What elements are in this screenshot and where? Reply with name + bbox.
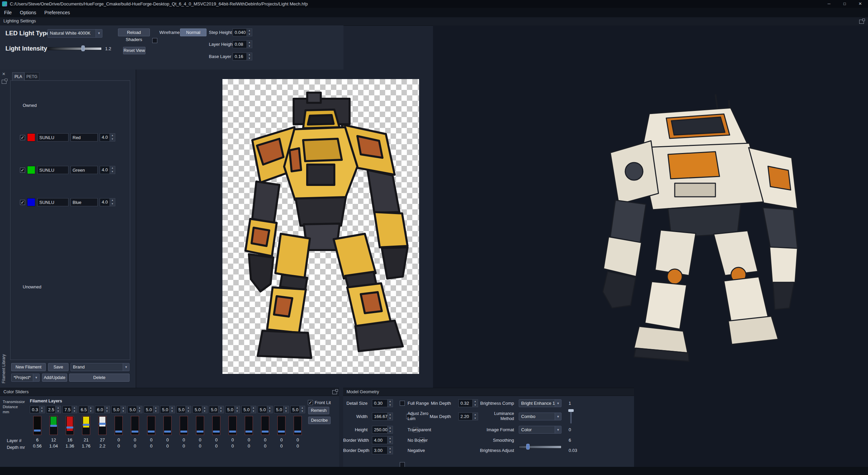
- spin-arrows-icon[interactable]: ▴▾: [137, 406, 142, 413]
- add-update-button[interactable]: Add/Update: [42, 374, 67, 382]
- spin-arrows-icon[interactable]: ▴▾: [218, 406, 223, 413]
- reload-shaders-button[interactable]: Reload Shaders: [118, 28, 150, 36]
- filament-name-input[interactable]: [71, 198, 98, 206]
- spin-arrows-icon[interactable]: ▴▾: [472, 400, 478, 407]
- detail-size-spinbox[interactable]: 0.30 ▴▾: [372, 399, 393, 407]
- spin-arrows-icon[interactable]: ▴▾: [251, 406, 256, 413]
- layer-color-slider[interactable]: [245, 416, 253, 435]
- negative-checkbox[interactable]: [400, 462, 405, 467]
- base-layer-spinbox[interactable]: 0.16 ▴▾: [233, 53, 252, 60]
- smoothing-slider[interactable]: [519, 443, 561, 451]
- spin-arrows-icon[interactable]: ▴▾: [246, 41, 252, 48]
- max-depth-spinbox[interactable]: 2.20 ▴▾: [458, 413, 478, 420]
- layer-color-slider[interactable]: [180, 416, 188, 435]
- tab-petg[interactable]: PETG: [24, 72, 39, 80]
- slider-handle[interactable]: [81, 45, 85, 51]
- menu-preferences[interactable]: Preferences: [40, 8, 74, 17]
- dock-float-icon[interactable]: [2, 80, 6, 84]
- layer-td-spinbox[interactable]: 5.0▴▾: [127, 406, 142, 413]
- filament-name-input[interactable]: [71, 166, 98, 174]
- filament-color-swatch[interactable]: [27, 166, 35, 174]
- spin-arrows-icon[interactable]: ▴▾: [110, 166, 115, 174]
- layer-td-spinbox[interactable]: 5.0▴▾: [241, 406, 256, 413]
- slider-handle[interactable]: [568, 409, 574, 412]
- filament-brand-input[interactable]: [37, 166, 68, 174]
- layer-td-spinbox[interactable]: 5.0▴▾: [111, 406, 126, 413]
- layer-td-spinbox[interactable]: 5.0▴▾: [144, 406, 159, 413]
- spin-arrows-icon[interactable]: ▴▾: [120, 406, 126, 413]
- flattened-image-preview[interactable]: [222, 79, 419, 374]
- border-depth-spinbox[interactable]: 3.00 ▴▾: [372, 446, 393, 454]
- filament-enabled-checkbox[interactable]: [20, 135, 25, 140]
- spin-arrows-icon[interactable]: ▴▾: [472, 413, 478, 420]
- layer-color-slider[interactable]: [163, 416, 172, 435]
- layer-color-slider[interactable]: [82, 416, 90, 435]
- minimize-button[interactable]: ─: [821, 0, 837, 8]
- layer-color-slider[interactable]: [115, 416, 123, 435]
- filament-enabled-checkbox[interactable]: [20, 200, 25, 205]
- maximize-button[interactable]: □: [837, 0, 852, 8]
- layer-color-slider[interactable]: [50, 416, 58, 435]
- filament-name-input[interactable]: [71, 133, 98, 141]
- menu-options[interactable]: Options: [16, 8, 40, 17]
- layer-color-slider[interactable]: [261, 416, 269, 435]
- layer-td-spinbox[interactable]: 5.0▴▾: [290, 406, 305, 413]
- save-filament-button[interactable]: Save: [48, 363, 68, 371]
- layer-td-spinbox[interactable]: 5.0▴▾: [160, 406, 175, 413]
- spin-arrows-icon[interactable]: ▴▾: [299, 406, 305, 413]
- layer-color-slider[interactable]: [196, 416, 204, 435]
- full-range-checkbox[interactable]: [400, 401, 405, 406]
- front-lit-checkbox[interactable]: [308, 400, 313, 405]
- spin-arrows-icon[interactable]: ▴▾: [110, 198, 115, 206]
- layer-color-slider[interactable]: [277, 416, 285, 435]
- spin-arrows-icon[interactable]: ▴▾: [185, 406, 191, 413]
- layer-td-spinbox[interactable]: 0.3▴▾: [30, 406, 45, 413]
- filament-color-swatch[interactable]: [27, 198, 35, 206]
- layer-td-spinbox[interactable]: 6.0▴▾: [95, 406, 110, 413]
- brand-dropdown[interactable]: Brand ▼: [71, 363, 130, 371]
- luminance-method-dropdown[interactable]: Combo ▼: [519, 413, 561, 420]
- layer-td-spinbox[interactable]: 5.0▴▾: [209, 406, 224, 413]
- layer-color-slider[interactable]: [131, 416, 139, 435]
- spin-arrows-icon[interactable]: ▴▾: [153, 406, 158, 413]
- new-filament-button[interactable]: New Filament: [11, 363, 46, 371]
- remesh-button[interactable]: Remesh: [308, 407, 329, 414]
- spin-arrows-icon[interactable]: ▴▾: [283, 406, 289, 413]
- spin-arrows-icon[interactable]: ▴▾: [387, 413, 393, 420]
- layer-color-slider[interactable]: [98, 416, 106, 435]
- spin-arrows-icon[interactable]: ▴▾: [387, 447, 393, 454]
- filament-td-spinbox[interactable]: 4.0 ▴▾: [100, 198, 115, 206]
- spin-arrows-icon[interactable]: ▴▾: [234, 406, 240, 413]
- spin-arrows-icon[interactable]: ▴▾: [110, 134, 115, 141]
- layer-td-spinbox[interactable]: 5.0▴▾: [176, 406, 191, 413]
- slider-handle[interactable]: [526, 444, 530, 450]
- spin-arrows-icon[interactable]: ▴▾: [39, 406, 44, 413]
- dock-close-icon[interactable]: ✕: [2, 72, 5, 76]
- filament-brand-input[interactable]: [37, 198, 68, 206]
- wireframe-checkbox[interactable]: [152, 38, 157, 43]
- layer-td-spinbox[interactable]: 5.0▴▾: [258, 406, 273, 413]
- spin-arrows-icon[interactable]: ▴▾: [387, 437, 393, 444]
- close-button[interactable]: ✕: [852, 0, 868, 8]
- luminance-vertical-slider[interactable]: [568, 408, 574, 424]
- layer-color-slider[interactable]: [33, 416, 41, 435]
- layer-td-spinbox[interactable]: 5.0▴▾: [274, 406, 289, 413]
- normal-mode-button[interactable]: Normal: [180, 28, 206, 36]
- filament-td-spinbox[interactable]: 4.0 ▴▾: [100, 133, 115, 141]
- brightness-comp-dropdown[interactable]: Bright Enhance 1 ▼: [519, 399, 561, 407]
- spin-arrows-icon[interactable]: ▴▾: [246, 29, 252, 36]
- reset-view-button[interactable]: Reset View: [123, 47, 145, 54]
- spin-arrows-icon[interactable]: ▴▾: [246, 53, 252, 60]
- layer-color-slider[interactable]: [212, 416, 220, 435]
- delete-button[interactable]: Delete: [69, 374, 130, 382]
- spin-arrows-icon[interactable]: ▴▾: [72, 406, 77, 413]
- image-format-dropdown[interactable]: Color ▼: [519, 426, 561, 434]
- spin-arrows-icon[interactable]: ▴▾: [387, 426, 393, 433]
- layer-td-spinbox[interactable]: 5.0▴▾: [225, 406, 240, 413]
- spin-arrows-icon[interactable]: ▴▾: [169, 406, 175, 413]
- spin-arrows-icon[interactable]: ▴▾: [88, 406, 93, 413]
- project-dropdown[interactable]: *Project* ▼: [11, 374, 40, 382]
- spin-arrows-icon[interactable]: ▴▾: [267, 406, 272, 413]
- tab-pla[interactable]: PLA: [12, 72, 24, 80]
- led-light-type-dropdown[interactable]: Natural White 4000K ▼: [47, 29, 102, 38]
